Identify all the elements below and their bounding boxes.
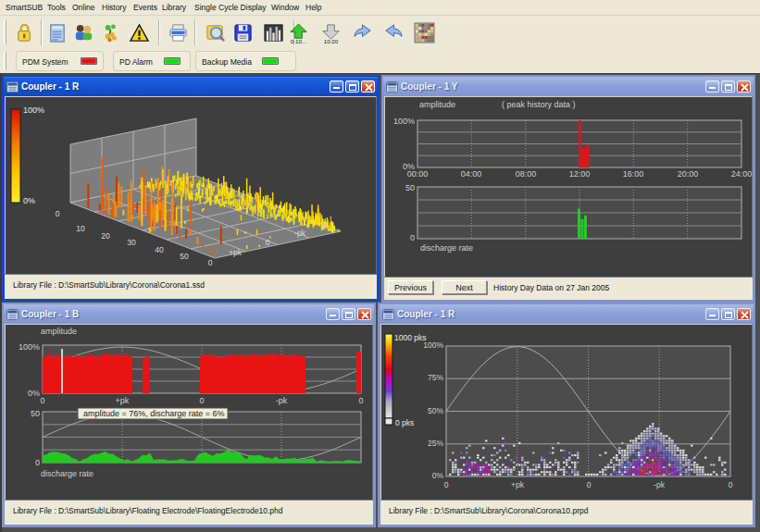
svg-text:+pk: +pk — [229, 248, 243, 257]
svg-text:discharge rate: discharge rate — [41, 469, 93, 478]
svg-text:50: 50 — [31, 409, 40, 418]
svg-text:0: 0 — [729, 480, 733, 489]
svg-text:20: 20 — [101, 231, 110, 241]
svg-text:0: 0 — [587, 480, 592, 489]
svg-text:+pk: +pk — [511, 480, 525, 489]
svg-text:0: 0 — [444, 480, 449, 489]
svg-text:10: 10 — [76, 224, 85, 233]
svg-text:0: 0 — [208, 258, 213, 267]
svg-text:0%: 0% — [23, 196, 35, 205]
svg-text:12:00: 12:00 — [569, 169, 591, 179]
svg-text:0: 0 — [358, 396, 363, 405]
svg-text:08:00: 08:00 — [516, 169, 537, 179]
svg-text:30: 30 — [127, 238, 136, 247]
svg-text:100%: 100% — [393, 117, 415, 126]
svg-text:1000 pks: 1000 pks — [394, 333, 427, 342]
svg-text:amplitude: amplitude — [41, 327, 77, 336]
svg-text:-pk: -pk — [294, 229, 306, 238]
svg-text:100%: 100% — [23, 105, 44, 115]
svg-text:04:00: 04:00 — [461, 169, 482, 179]
svg-text:24:00: 24:00 — [731, 169, 752, 179]
svg-text:discharge rate: discharge rate — [420, 243, 473, 253]
svg-text:40: 40 — [155, 245, 164, 254]
svg-text:100%: 100% — [19, 342, 40, 352]
svg-text:10:20: 10:20 — [324, 38, 339, 43]
svg-text:0:10...: 0:10... — [291, 38, 307, 43]
svg-text:16:00: 16:00 — [623, 169, 644, 179]
svg-text:00:00: 00:00 — [407, 169, 429, 179]
svg-text:+pk: +pk — [116, 396, 130, 405]
svg-text:amplitude = 76%, discharge rat: amplitude = 76%, discharge rate = 6% — [83, 409, 225, 418]
svg-text:amplitude: amplitude — [419, 100, 455, 109]
svg-text:-pk: -pk — [276, 396, 288, 405]
svg-text:0%: 0% — [28, 389, 40, 398]
svg-text:0: 0 — [35, 458, 40, 467]
svg-text:0: 0 — [266, 238, 270, 247]
svg-text:0: 0 — [324, 220, 329, 229]
svg-text:-pk: -pk — [654, 480, 666, 489]
svg-text:50: 50 — [405, 183, 415, 192]
svg-text:0 pks: 0 pks — [395, 418, 414, 427]
svg-text:0: 0 — [410, 233, 415, 242]
svg-text:0%: 0% — [432, 471, 444, 480]
svg-text:50: 50 — [180, 252, 189, 261]
svg-text:75%: 75% — [428, 373, 443, 382]
svg-text:50%: 50% — [428, 406, 443, 415]
svg-text:25%: 25% — [428, 439, 443, 448]
svg-text:0: 0 — [56, 209, 60, 218]
svg-text:20:00: 20:00 — [678, 169, 699, 179]
svg-text:100%: 100% — [423, 340, 443, 350]
svg-text:0: 0 — [199, 396, 204, 405]
svg-text:0: 0 — [40, 396, 44, 405]
svg-text:( peak history data ): ( peak history data ) — [502, 100, 576, 109]
